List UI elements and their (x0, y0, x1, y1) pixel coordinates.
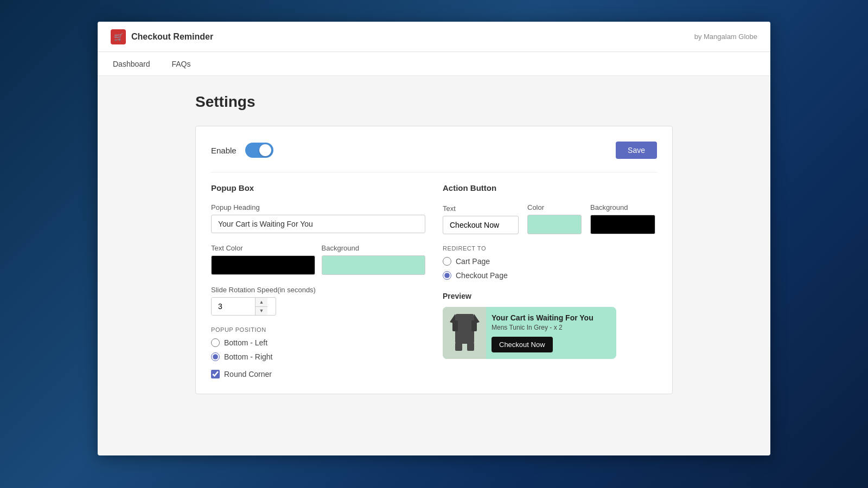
popup-box-section: Popup Box Popup Heading Text Color Backg… (211, 183, 425, 378)
text-color-label: Text Color (211, 244, 315, 252)
action-button-section: Action Button Text Color Background (443, 183, 657, 378)
action-bg-swatch[interactable] (590, 215, 655, 234)
page-content: Settings Enable Save Popup Box (98, 76, 770, 412)
text-color-swatch[interactable] (211, 255, 315, 275)
svg-rect-3 (452, 320, 458, 331)
redirect-label: REDIRECT TO (443, 245, 657, 252)
action-bg-label: Background (590, 203, 655, 211)
save-button[interactable]: Save (616, 142, 657, 159)
brand: 🛒 Checkout Reminder (111, 29, 213, 44)
preview-title: Preview (443, 292, 657, 300)
action-text-input[interactable] (443, 216, 519, 234)
redirect-radio-group: Cart Page Checkout Page (443, 257, 657, 280)
enable-toggle[interactable] (245, 143, 273, 158)
svg-rect-0 (455, 314, 474, 344)
position-label: POPUP POSITION (211, 326, 425, 333)
svg-rect-4 (471, 320, 477, 331)
redirect-cart[interactable]: Cart Page (443, 257, 657, 266)
enable-label: Enable (211, 146, 237, 155)
color-row: Text Color Background (211, 244, 425, 275)
position-radio-group: Bottom - Left Bottom - Right (211, 338, 425, 361)
round-corner-label: Round Corner (224, 370, 272, 378)
redirect-cart-label: Cart Page (456, 257, 490, 266)
shirt-icon (450, 314, 480, 352)
speed-spinners: ▲ ▼ (255, 298, 267, 315)
top-bar: 🛒 Checkout Reminder by Mangalam Globe (98, 22, 770, 52)
redirect-checkout-label: Checkout Page (456, 271, 508, 280)
speed-input[interactable] (212, 298, 255, 315)
action-button-title: Action Button (443, 183, 657, 192)
svg-rect-6 (467, 343, 474, 351)
position-bottom-left-label: Bottom - Left (224, 338, 267, 347)
speed-label: Slide Rotation Speed(in seconds) (211, 286, 425, 294)
heading-label: Popup Heading (211, 203, 425, 211)
action-btn-row: Text Color Background (443, 203, 657, 234)
preview-cta-button[interactable]: Checkout Now (492, 337, 553, 352)
action-color-label: Color (527, 203, 582, 211)
divider (211, 172, 657, 172)
action-text-label: Text (443, 204, 519, 213)
speed-up-button[interactable]: ▲ (256, 298, 267, 307)
redirect-cart-input[interactable] (443, 257, 451, 266)
speed-group: Slide Rotation Speed(in seconds) ▲ ▼ (211, 286, 425, 316)
app-window: 🛒 Checkout Reminder by Mangalam Globe Da… (98, 22, 770, 455)
speed-input-wrap: ▲ ▼ (211, 297, 276, 316)
action-color-col: Color (527, 203, 582, 234)
page-title: Settings (195, 93, 673, 111)
nav-bar: Dashboard FAQs (98, 52, 770, 76)
bg-color-label: Background (322, 244, 426, 252)
action-bg-col: Background (590, 203, 655, 234)
nav-faqs[interactable]: FAQs (170, 52, 193, 76)
text-color-group: Text Color (211, 244, 315, 275)
position-bottom-left-input[interactable] (211, 338, 220, 347)
action-text-col: Text (443, 204, 519, 234)
preview-section: Preview (443, 292, 657, 359)
position-group: POPUP POSITION Bottom - Left Bottom - Ri… (211, 326, 425, 378)
two-col-layout: Popup Box Popup Heading Text Color Backg… (211, 183, 657, 378)
brand-name: Checkout Reminder (131, 32, 213, 42)
round-corner-checkbox[interactable] (211, 370, 220, 378)
action-color-swatch[interactable] (527, 215, 582, 234)
redirect-group: REDIRECT TO Cart Page Checkout Page (443, 245, 657, 280)
redirect-checkout[interactable]: Checkout Page (443, 271, 657, 280)
nav-dashboard[interactable]: Dashboard (111, 52, 152, 76)
position-bottom-right-label: Bottom - Right (224, 352, 272, 361)
enable-row: Enable Save (211, 142, 657, 159)
position-bottom-right[interactable]: Bottom - Right (211, 352, 425, 361)
preview-body: Your Cart is Waiting For You Mens Tunic … (486, 307, 616, 359)
preview-popup: Your Cart is Waiting For You Mens Tunic … (443, 307, 616, 359)
settings-card: Enable Save Popup Box Popup Heading (195, 126, 673, 394)
redirect-checkout-input[interactable] (443, 271, 451, 280)
heading-group: Popup Heading (211, 203, 425, 233)
heading-input[interactable] (211, 215, 425, 233)
preview-product-image (443, 307, 486, 359)
bg-color-group: Background (322, 244, 426, 275)
brand-icon: 🛒 (111, 29, 126, 44)
speed-down-button[interactable]: ▼ (256, 307, 267, 316)
position-bottom-left[interactable]: Bottom - Left (211, 338, 425, 347)
preview-subtext: Mens Tunic In Grey - x 2 (492, 324, 610, 331)
by-label: by Mangalam Globe (694, 33, 757, 41)
round-corner-item[interactable]: Round Corner (211, 370, 425, 378)
position-bottom-right-input[interactable] (211, 352, 220, 361)
svg-rect-5 (455, 343, 462, 351)
preview-heading: Your Cart is Waiting For You (492, 313, 610, 322)
popup-box-title: Popup Box (211, 183, 425, 192)
bg-color-swatch[interactable] (322, 255, 426, 275)
